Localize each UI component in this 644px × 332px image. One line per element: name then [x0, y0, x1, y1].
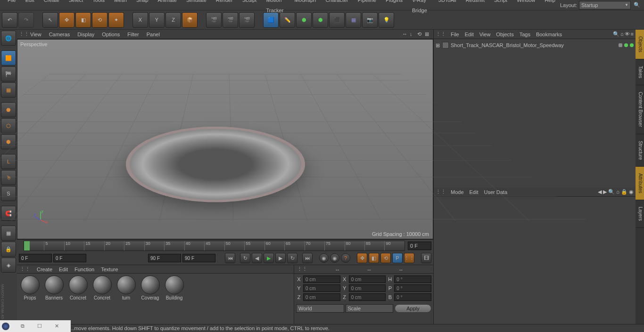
autokey-button[interactable]: ◉ — [330, 253, 339, 263]
coord-input[interactable]: 0 cm — [349, 275, 386, 283]
vp-menu-view[interactable]: View — [26, 32, 45, 37]
frame-start-field[interactable]: 0 F — [19, 254, 52, 262]
mat-menu-edit[interactable]: Edit — [59, 267, 68, 272]
vp-menu-filter[interactable]: Filter — [124, 32, 142, 37]
render-view-button[interactable]: 🎬 — [206, 12, 222, 28]
coord-input[interactable]: 0 ° — [394, 284, 431, 292]
make-editable-button[interactable]: 🌐 — [1, 31, 16, 46]
coord-input[interactable]: 0 cm — [303, 275, 340, 283]
go-end-button[interactable]: ⏭ — [302, 253, 313, 263]
lock-button[interactable]: 🔒 — [1, 242, 16, 257]
next-frame-button[interactable]: ▶ — [275, 253, 286, 263]
search-icon[interactable]: 🔍 — [633, 1, 641, 9]
layout-dropdown[interactable]: Startup▼ — [579, 1, 631, 9]
obj-menu-objects[interactable]: Objects — [496, 32, 513, 37]
coord-input[interactable]: 0 cm — [303, 293, 340, 301]
material-item[interactable]: turn — [115, 275, 137, 331]
add-light-button[interactable]: 💡 — [379, 12, 394, 28]
workplane-mode-button[interactable]: ▦ — [1, 82, 16, 97]
workplane-grid-button[interactable]: ▦ — [1, 226, 16, 241]
mat-menu-function[interactable]: Function — [74, 267, 94, 272]
obj-menu-view[interactable]: View — [479, 32, 491, 37]
add-generator-button[interactable]: ⬢ — [296, 12, 312, 28]
coord-system-button[interactable]: 📦 — [182, 12, 198, 28]
vp-icon-2[interactable]: ↓ — [410, 31, 416, 38]
vp-menu-display[interactable]: Display — [74, 32, 98, 37]
mat-menu-texture[interactable]: Texture — [101, 267, 118, 272]
viewport[interactable]: Perspective yxz Grid Spacing : 10000 cm — [17, 39, 433, 239]
obj-menu-edit[interactable]: Edit — [465, 32, 474, 37]
side-tab-content-browser[interactable]: Content Browser — [636, 85, 644, 134]
visibility-dot-bottom[interactable] — [630, 43, 634, 47]
obj-menu-file[interactable]: File — [451, 32, 459, 37]
layer-dot[interactable] — [619, 43, 622, 47]
frame-current-field[interactable]: 0 F — [53, 254, 86, 262]
rotate-tool[interactable]: ⟲ — [92, 12, 107, 28]
coord-input[interactable]: 0 ° — [394, 275, 431, 283]
add-environment-button[interactable]: ⬛ — [329, 12, 345, 28]
object-item[interactable]: ⊞ Short_Track_NASCAR_Bristol_Motor_Speed… — [436, 41, 634, 49]
timeline-ruler[interactable]: 051015202530354045505560657075808590 — [24, 241, 405, 251]
coord-input[interactable]: 0 cm — [303, 284, 340, 292]
coord-input[interactable]: 0 cm — [349, 284, 386, 292]
taskbar-maximize-icon[interactable]: ☐ — [36, 323, 43, 330]
obj-list-icon[interactable]: ≡ — [631, 31, 634, 37]
rot-key-button[interactable]: ⟲ — [380, 253, 391, 263]
menu-3dtoall[interactable]: 3DToAll — [434, 0, 461, 16]
render-active-button[interactable]: 🎬 — [223, 12, 238, 28]
coord-input[interactable]: 0 cm — [349, 293, 386, 301]
vp-menu-panel[interactable]: Panel — [143, 32, 164, 37]
record-button[interactable]: ◉ — [319, 253, 329, 263]
coord-world-select[interactable]: World — [296, 304, 344, 313]
obj-menu-tags[interactable]: Tags — [520, 32, 530, 37]
obj-eye-icon[interactable]: 👁 — [625, 31, 630, 37]
attr-search-icon[interactable]: 🔍 — [608, 189, 615, 194]
coord-input[interactable]: 0 ° — [394, 293, 431, 301]
loop-button[interactable]: ↻ — [240, 253, 250, 263]
vp-icon-1[interactable]: ↔ — [402, 31, 409, 38]
attr-home-icon[interactable]: ⌂ — [616, 189, 619, 194]
frame-range-end-field[interactable]: 90 F — [148, 254, 181, 262]
add-floor-button[interactable]: ▦ — [346, 12, 361, 28]
visibility-dot-top[interactable] — [624, 43, 628, 47]
planar-button[interactable]: ◈ — [1, 258, 16, 273]
add-cube-button[interactable]: 🟦 — [263, 12, 279, 28]
vp-menu-cameras[interactable]: Cameras — [45, 32, 74, 37]
keyframe-help-button[interactable]: ? — [341, 253, 350, 263]
move-tool[interactable]: ✥ — [59, 12, 74, 28]
menu-redshift[interactable]: Redshift — [461, 0, 489, 16]
redo-button[interactable]: ↷ — [18, 12, 34, 28]
side-tab-layers[interactable]: Layers — [636, 200, 644, 228]
add-deformer-button[interactable]: ⬢ — [313, 12, 328, 28]
go-start-button[interactable]: ⏮ — [225, 253, 235, 263]
material-item[interactable]: Building — [163, 275, 185, 331]
attr-lock-icon[interactable]: 🔒 — [621, 189, 627, 194]
undo-button[interactable]: ↶ — [2, 12, 17, 28]
prev-frame-button[interactable]: ◀ — [252, 253, 262, 263]
obj-search-icon[interactable]: 🔍 — [613, 31, 619, 37]
object-name[interactable]: Short_Track_NASCAR_Bristol_Motor_Speedwa… — [451, 42, 564, 48]
add-spline-button[interactable]: ✏️ — [280, 12, 295, 28]
model-mode-button[interactable]: 🟧 — [1, 50, 16, 65]
taskbar-close-icon[interactable]: ✕ — [53, 323, 60, 330]
c4d-taskbar-icon[interactable] — [2, 323, 9, 330]
side-tab-takes[interactable]: Takes — [636, 59, 644, 85]
obj-home-icon[interactable]: ⌂ — [620, 31, 624, 37]
expand-icon[interactable]: ⊞ — [436, 42, 440, 49]
frame-end-field[interactable]: 90 F — [182, 254, 215, 262]
menu-script[interactable]: Script — [489, 0, 512, 16]
add-camera-button[interactable]: 📷 — [362, 12, 378, 28]
render-settings-button[interactable]: 🎬 — [239, 12, 255, 28]
vp-icon-4[interactable]: ⊞ — [425, 31, 431, 38]
select-tool[interactable]: ↖ — [42, 12, 58, 28]
recent-tool[interactable]: ✦ — [108, 12, 124, 28]
vp-icon-3[interactable]: ⟲ — [417, 31, 424, 38]
menu-help[interactable]: Help — [540, 0, 560, 16]
scale-tool[interactable]: ◧ — [75, 12, 91, 28]
timeline-playhead[interactable] — [24, 241, 30, 251]
texture-mode-button[interactable]: 🏁 — [1, 66, 16, 81]
attr-nav-back-icon[interactable]: ◀ — [598, 189, 602, 194]
coord-apply-button[interactable]: Apply — [395, 304, 431, 313]
x-axis-button[interactable]: X — [132, 12, 148, 28]
pla-key-button[interactable]: ⋮⋮ — [404, 253, 414, 263]
